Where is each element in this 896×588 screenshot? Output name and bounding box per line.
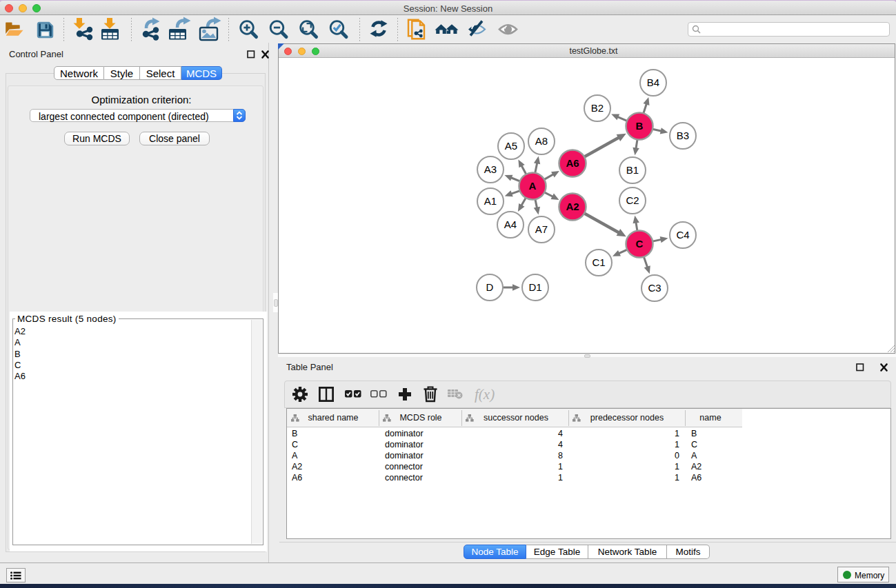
svg-text:C2: C2 (626, 194, 639, 206)
svg-text:A1: A1 (484, 195, 497, 207)
svg-text:C: C (691, 440, 697, 449)
svg-text:connector: connector (385, 473, 423, 483)
svg-text:dominator: dominator (385, 440, 424, 449)
svg-text:C: C (292, 440, 298, 449)
svg-text:A2: A2 (691, 462, 701, 472)
svg-text:1: 1 (558, 462, 563, 472)
svg-text:A2: A2 (292, 462, 302, 472)
svg-text:A: A (691, 451, 697, 460)
svg-text:A6: A6 (292, 473, 302, 483)
svg-text:B2: B2 (591, 102, 604, 114)
svg-text:B3: B3 (677, 130, 689, 141)
svg-text:A4: A4 (504, 219, 517, 230)
svg-text:successor nodes: successor nodes (484, 413, 548, 423)
svg-text:1: 1 (675, 429, 679, 438)
svg-text:1: 1 (675, 473, 679, 483)
svg-text:connector: connector (385, 462, 423, 472)
svg-text:B1: B1 (626, 164, 639, 176)
svg-text:D1: D1 (528, 281, 541, 293)
svg-text:A: A (529, 180, 537, 192)
svg-text:dominator: dominator (385, 451, 424, 460)
svg-text:A8: A8 (535, 135, 548, 147)
svg-text:4: 4 (558, 429, 563, 438)
svg-text:predecessor nodes: predecessor nodes (590, 413, 664, 423)
svg-text:1: 1 (675, 462, 679, 472)
svg-text:name: name (699, 413, 721, 423)
svg-text:A6: A6 (566, 157, 579, 169)
svg-text:0: 0 (675, 451, 679, 460)
svg-text:A6: A6 (691, 473, 701, 483)
svg-text:C4: C4 (676, 229, 689, 241)
svg-text:C1: C1 (592, 256, 605, 268)
svg-text:A: A (292, 451, 298, 460)
svg-text:MCDS role: MCDS role (399, 413, 441, 423)
svg-text:B: B (636, 120, 644, 132)
svg-text:1: 1 (558, 473, 563, 483)
svg-text:A3: A3 (484, 163, 497, 175)
svg-text:dominator: dominator (385, 429, 424, 438)
svg-text:B: B (292, 429, 297, 438)
svg-text:4: 4 (558, 440, 563, 449)
svg-text:C: C (636, 238, 644, 250)
svg-text:C3: C3 (648, 282, 661, 294)
svg-text:A5: A5 (505, 140, 517, 152)
svg-text:8: 8 (558, 451, 563, 460)
svg-text:B4: B4 (647, 77, 659, 88)
svg-text:A2: A2 (566, 201, 579, 212)
svg-text:D: D (486, 281, 494, 293)
svg-text:f(x): f(x) (475, 386, 495, 403)
svg-text:1: 1 (675, 440, 679, 449)
svg-text:B: B (691, 429, 697, 438)
svg-text:A7: A7 (535, 223, 548, 235)
svg-text:shared name: shared name (308, 413, 359, 423)
